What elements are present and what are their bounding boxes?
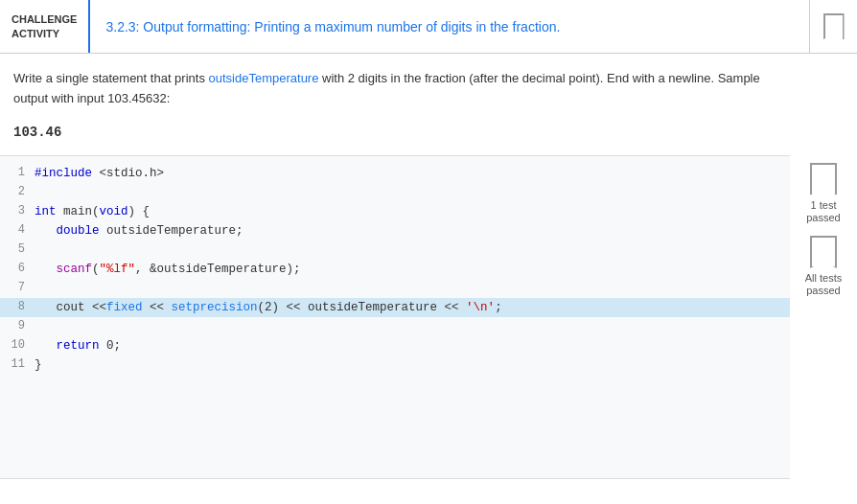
code-line-highlighted: 8 cout <<fixed << setprecision(2) << out… [0, 298, 790, 317]
sample-output: 103.46 [0, 117, 857, 146]
code-line: 5 [0, 241, 790, 260]
page-header: CHALLENGE ACTIVITY 3.2.3: Output formatt… [0, 0, 857, 54]
code-line: 9 [0, 317, 790, 336]
code-line: 1 #include <stdio.h> [0, 164, 790, 183]
code-line [0, 394, 790, 413]
code-area[interactable]: 1 #include <stdio.h> 2 3 int main(void) … [0, 155, 790, 479]
side-badges: 1 testpassed All testspassed [790, 155, 857, 479]
all-tests-passed-badge: All testspassed [805, 236, 843, 297]
code-line: 7 [0, 279, 790, 298]
code-line [0, 375, 790, 394]
code-line: 11 } [0, 355, 790, 375]
code-line: 2 [0, 183, 790, 202]
challenge-line2: ACTIVITY [12, 27, 77, 40]
challenge-title: 3.2.3: Output formatting: Printing a max… [90, 0, 809, 53]
code-line: 6 scanf("%lf", &outsideTemperature); [0, 260, 790, 279]
challenge-line1: CHALLENGE [12, 12, 77, 26]
code-line: 3 int main(void) { [0, 202, 790, 221]
code-line [0, 451, 790, 470]
code-editor: 1 #include <stdio.h> 2 3 int main(void) … [0, 155, 857, 479]
code-line: 4 double outsideTemperature; [0, 221, 790, 241]
test-passed-badge: 1 testpassed [806, 163, 840, 224]
challenge-activity-label: CHALLENGE ACTIVITY [0, 0, 90, 53]
badge-bookmark-1 [810, 163, 837, 195]
bookmark-shape [823, 13, 845, 40]
code-line [0, 413, 790, 432]
bookmark-icon[interactable] [809, 0, 857, 53]
code-line [0, 432, 790, 451]
description-text: Write a single statement that prints out… [0, 54, 786, 117]
code-line: 10 return 0; [0, 336, 790, 355]
badge-bookmark-2 [810, 236, 837, 268]
